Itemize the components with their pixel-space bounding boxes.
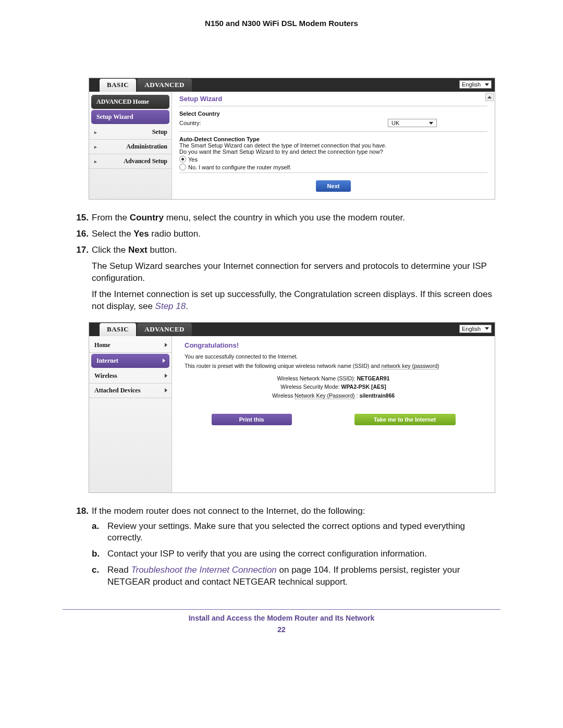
step-16: 16. Select the Yes radio button. [68, 228, 495, 240]
chevron-right-icon [163, 359, 165, 363]
sidebar-label: Administration [126, 143, 167, 151]
print-button[interactable]: Print this [212, 414, 292, 425]
document-header: N150 and N300 WiFi DSL Modem Routers [63, 19, 500, 28]
sidebar-item-setup[interactable]: Setup [89, 125, 172, 140]
sidebar-label: Setup [152, 128, 167, 136]
sidebar-label: Setup Wizard [96, 113, 133, 121]
page-number: 22 [63, 625, 500, 634]
sidebar-item-administration[interactable]: Administration [89, 140, 172, 154]
step-18b: b.Contact your ISP to verify that you ar… [92, 548, 495, 560]
country-select[interactable]: UK [388, 119, 437, 127]
footer-section-title: Install and Access the Modem Router and … [63, 614, 500, 622]
network-details: Wireless Network Name (SSID): NETGEAR91 … [179, 374, 487, 400]
language-select[interactable]: English [459, 325, 492, 333]
step-17-followup-2: If the Internet connection is set up suc… [68, 289, 495, 313]
sidebar-item-internet[interactable]: Internet [91, 354, 169, 368]
footer-rule [63, 609, 500, 610]
sidebar-label: Home [94, 341, 111, 349]
congratulations-screenshot: BASIC ADVANCED English Home Internet Wir… [89, 322, 495, 493]
sidebar-item-attached-devices[interactable]: Attached Devices [89, 384, 172, 398]
radio-icon [179, 156, 186, 163]
step-15: 15. From the Country menu, select the co… [68, 212, 495, 224]
congratulations-title: Congratulations! [179, 341, 487, 349]
radio-yes-label: Yes [188, 156, 198, 163]
country-value: UK [391, 120, 399, 126]
setup-wizard-screenshot: BASIC ADVANCED English ADVANCED Home Set… [89, 78, 495, 200]
language-select[interactable]: English [459, 80, 492, 89]
autodetect-question: Do you want the Smart Setup Wizard to tr… [179, 149, 487, 155]
instruction-block-2: 18. If the modem router does not connect… [68, 505, 495, 589]
chevron-right-icon [165, 374, 167, 378]
preset-message: This router is preset with the following… [179, 363, 487, 369]
step-17: 17. Click the Next button. [68, 244, 495, 256]
pane-title: Setup Wizard [179, 95, 487, 103]
instruction-block-1: 15. From the Country menu, select the co… [68, 212, 495, 313]
sidebar-item-home[interactable]: Home [89, 338, 172, 353]
sidebar: ADVANCED Home Setup Wizard Setup Adminis… [89, 92, 172, 199]
next-button[interactable]: Next [316, 180, 351, 192]
chevron-right-icon [165, 388, 167, 392]
radio-yes-row[interactable]: Yes [179, 156, 487, 163]
language-value: English [462, 326, 481, 332]
radio-no-label: No. I want to configure the router mysel… [188, 164, 291, 170]
autodetect-description: The Smart Setup Wizard can detect the ty… [179, 142, 487, 149]
step-18-link[interactable]: Step 18 [155, 301, 186, 311]
tab-advanced[interactable]: ADVANCED [137, 79, 192, 92]
connected-message: You are successfully connected to the In… [179, 353, 487, 360]
tab-advanced[interactable]: ADVANCED [137, 323, 192, 336]
sidebar-label: Internet [96, 357, 118, 365]
sidebar-item-setup-wizard[interactable]: Setup Wizard [91, 110, 169, 124]
chevron-down-icon [485, 83, 489, 86]
chevron-down-icon [429, 122, 433, 125]
sidebar-item-advanced-setup[interactable]: Advanced Setup [89, 154, 172, 169]
select-country-heading: Select Country [179, 110, 487, 117]
chevron-right-icon [165, 343, 167, 347]
tab-basic[interactable]: BASIC [100, 323, 136, 336]
radio-no-row[interactable]: No. I want to configure the router mysel… [179, 164, 487, 170]
sidebar-label: Advanced Setup [124, 157, 167, 165]
language-value: English [462, 81, 481, 88]
take-me-internet-button[interactable]: Take me to the Internet [354, 414, 456, 425]
chevron-down-icon [485, 327, 489, 330]
sidebar-label: Wireless [94, 372, 117, 380]
step-18a: a.Review your settings. Make sure that y… [92, 521, 495, 545]
sidebar-label: Attached Devices [94, 387, 140, 394]
sidebar-item-wireless[interactable]: Wireless [89, 369, 172, 384]
autodetect-heading: Auto-Detect Connection Type [179, 136, 487, 142]
sidebar-label: ADVANCED Home [96, 98, 149, 106]
radio-icon [179, 164, 186, 170]
country-label: Country: [179, 120, 388, 126]
step-17-followup-1: The Setup Wizard searches your Internet … [68, 261, 495, 285]
step-18c: c. Read Troubleshoot the Internet Connec… [92, 564, 495, 588]
troubleshoot-link[interactable]: Troubleshoot the Internet Connection [131, 565, 276, 575]
tab-basic[interactable]: BASIC [100, 79, 136, 92]
content-pane: Congratulations! You are successfully co… [172, 336, 495, 492]
sidebar: Home Internet Wireless Attached Devices [89, 336, 172, 492]
step-18: 18. If the modem router does not connect… [68, 505, 495, 589]
sidebar-item-advanced-home[interactable]: ADVANCED Home [91, 95, 169, 109]
content-pane: Setup Wizard Select Country Country: UK … [172, 92, 495, 199]
